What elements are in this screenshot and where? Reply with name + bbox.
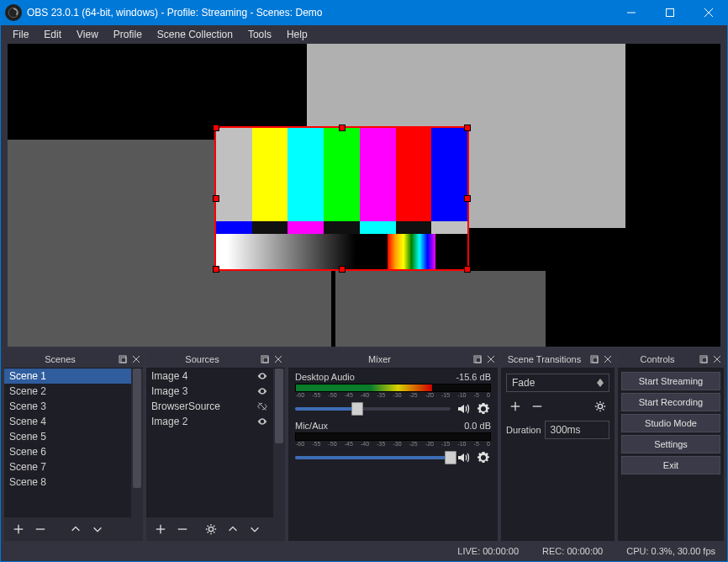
gear-icon[interactable] (476, 401, 491, 416)
scene-up-button[interactable] (65, 519, 87, 539)
remove-source-button[interactable] (171, 519, 193, 539)
resize-handle[interactable] (213, 125, 219, 131)
svg-rect-24 (474, 356, 481, 363)
resize-handle[interactable] (464, 266, 471, 273)
speaker-icon[interactable] (456, 401, 471, 416)
scene-item[interactable]: Scene 5 (4, 429, 143, 444)
svg-rect-40 (700, 356, 707, 363)
transition-settings-button[interactable] (591, 397, 609, 416)
close-icon[interactable] (484, 355, 498, 363)
app-icon (5, 4, 22, 21)
source-item[interactable]: Image 2 (146, 414, 285, 429)
scene-item[interactable]: Scene 3 (4, 399, 143, 414)
close-icon[interactable] (601, 355, 615, 363)
scene-down-button[interactable] (87, 519, 108, 539)
svg-rect-41 (702, 358, 707, 363)
menu-file[interactable]: File (6, 27, 35, 42)
volume-slider[interactable] (295, 407, 451, 411)
status-bar: LIVE: 00:00:00 REC: 00:00:00 CPU: 0.3%, … (4, 543, 724, 559)
svg-rect-28 (591, 356, 598, 363)
scene-item[interactable]: Scene 2 (4, 384, 143, 399)
menu-scene-collection[interactable]: Scene Collection (150, 27, 240, 42)
svg-point-23 (208, 527, 213, 531)
source-up-button[interactable] (222, 519, 244, 539)
dock-icon[interactable] (588, 355, 601, 363)
duration-input[interactable]: 300ms (545, 421, 609, 439)
smpte-bars-source (216, 128, 467, 269)
settings-button[interactable]: Settings (621, 435, 720, 453)
svg-rect-29 (593, 358, 598, 363)
source-down-button[interactable] (244, 519, 266, 539)
exit-button[interactable]: Exit (621, 456, 720, 475)
channel-name: Mic/Aux (295, 421, 464, 431)
resize-handle[interactable] (464, 125, 471, 131)
maximize-button[interactable] (651, 0, 689, 25)
gear-icon[interactable] (476, 450, 491, 465)
dock-icon[interactable] (697, 355, 710, 363)
transitions-panel-title: Scene Transitions (501, 354, 588, 364)
resize-handle[interactable] (213, 266, 219, 273)
scenes-list[interactable]: Scene 1Scene 2Scene 3Scene 4Scene 5Scene… (4, 368, 143, 490)
selected-source-bounds[interactable] (214, 126, 469, 271)
minimize-button[interactable] (612, 0, 651, 25)
source-item[interactable]: Image 4 (146, 368, 285, 384)
start-recording-button[interactable]: Start Recording (621, 393, 720, 411)
menu-edit[interactable]: Edit (37, 27, 68, 42)
speaker-icon[interactable] (456, 450, 471, 465)
resize-handle[interactable] (339, 266, 346, 273)
mixer-channel: Desktop Audio-15.6 dB-60-55-50-45-40-35-… (288, 368, 498, 417)
dock-icon[interactable] (116, 355, 129, 363)
panels-row: Scenes Scene 1Scene 2Scene 3Scene 4Scene… (4, 350, 724, 541)
status-rec: REC: 00:00:00 (542, 546, 603, 556)
remove-transition-button[interactable] (528, 397, 546, 416)
scene-item[interactable]: Scene 8 (4, 475, 143, 490)
close-icon[interactable] (129, 355, 143, 363)
add-source-button[interactable] (150, 519, 171, 539)
eye-icon[interactable] (256, 416, 268, 427)
dock-icon[interactable] (258, 355, 272, 363)
source-settings-button[interactable] (200, 519, 222, 539)
scrollbar[interactable] (131, 368, 143, 517)
scene-item[interactable]: Scene 1 (4, 368, 143, 384)
duration-label: Duration (506, 425, 541, 435)
add-scene-button[interactable] (8, 519, 29, 539)
menu-help[interactable]: Help (280, 27, 314, 42)
transitions-panel: Scene Transitions Fade (501, 350, 615, 541)
volume-slider[interactable] (295, 456, 451, 459)
source-item[interactable]: Image 3 (146, 384, 285, 399)
transition-selected: Fade (512, 377, 535, 389)
add-transition-button[interactable] (506, 397, 525, 416)
start-streaming-button[interactable]: Start Streaming (621, 372, 720, 390)
resize-handle[interactable] (464, 195, 471, 202)
mixer-panel: Mixer Desktop Audio-15.6 dB-60-55-50-45-… (288, 350, 498, 541)
studio-mode-button[interactable]: Studio Mode (621, 414, 720, 432)
source-item[interactable]: BrowserSource (146, 399, 285, 414)
eye-off-icon[interactable] (256, 400, 268, 412)
scene-item[interactable]: Scene 4 (4, 414, 143, 429)
close-icon[interactable] (710, 355, 724, 363)
menu-tools[interactable]: Tools (241, 27, 278, 42)
mixer-channel: Mic/Aux0.0 dB-60-55-50-45-40-35-30-25-20… (288, 417, 498, 466)
menu-profile[interactable]: Profile (107, 27, 149, 42)
vu-meter: -60-55-50-45-40-35-30-25-20-15-10-50 (295, 384, 491, 392)
sources-list[interactable]: Image 4Image 3BrowserSourceImage 2 (146, 368, 285, 429)
close-button[interactable] (689, 0, 728, 25)
eye-icon[interactable] (256, 370, 268, 382)
eye-icon[interactable] (256, 385, 268, 397)
scrollbar[interactable] (273, 368, 285, 517)
preview-area[interactable] (8, 44, 720, 347)
vu-meter: -60-55-50-45-40-35-30-25-20-15-10-50 (295, 432, 491, 441)
dock-icon[interactable] (471, 355, 484, 363)
remove-scene-button[interactable] (29, 519, 51, 539)
menu-view[interactable]: View (70, 27, 105, 42)
resize-handle[interactable] (213, 195, 219, 202)
transition-select[interactable]: Fade (506, 374, 609, 392)
scene-item[interactable]: Scene 7 (4, 459, 143, 475)
controls-panel-title: Controls (618, 354, 697, 364)
sources-toolbar (146, 517, 285, 541)
resize-handle[interactable] (339, 125, 346, 131)
scene-item[interactable]: Scene 6 (4, 444, 143, 459)
svg-marker-33 (597, 383, 604, 387)
scenes-panel-title: Scenes (4, 354, 116, 364)
close-icon[interactable] (272, 355, 285, 363)
